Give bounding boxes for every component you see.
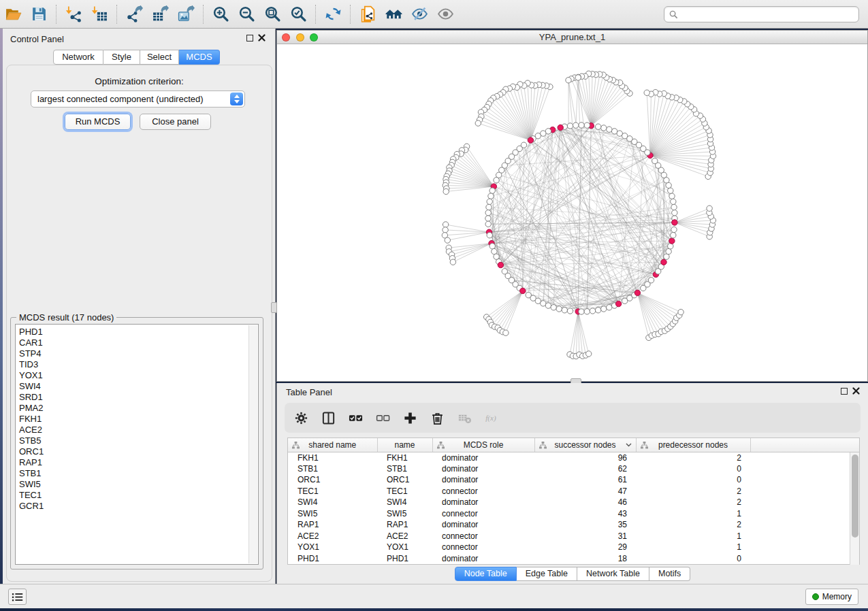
mcds-list-scrollbar[interactable] <box>248 325 257 563</box>
search-input[interactable] <box>678 7 858 21</box>
column-header[interactable]: predecessor nodes <box>636 438 750 452</box>
mcds-result-item[interactable]: RAP1 <box>19 457 258 468</box>
new-network-from-selection-button[interactable] <box>355 3 381 26</box>
table-row[interactable]: STB1STB1dominator620 <box>288 463 859 475</box>
import-table-icon <box>91 5 108 22</box>
zoom-selected-icon <box>290 5 307 22</box>
mcds-result-item[interactable]: STB5 <box>19 435 258 446</box>
status-bar: Memory <box>0 584 868 608</box>
open-file-button[interactable] <box>0 3 26 26</box>
tab-mcds[interactable]: MCDS <box>179 50 220 65</box>
import-table-button[interactable] <box>86 3 112 26</box>
hide-selected-button[interactable] <box>406 3 432 26</box>
import-network-button[interactable] <box>61 3 86 26</box>
mcds-result-item[interactable]: ORC1 <box>19 446 258 457</box>
memory-button[interactable]: Memory <box>805 589 858 605</box>
toolbar-separator <box>203 5 204 24</box>
vertical-splitter-handle[interactable] <box>271 302 277 313</box>
table-scrollbar-thumb[interactable] <box>852 455 858 538</box>
zoom-in-icon <box>212 5 229 22</box>
export-table-button[interactable] <box>147 3 173 26</box>
tab-select[interactable]: Select <box>140 50 179 65</box>
column-header[interactable]: name <box>377 438 432 452</box>
mcds-result-item[interactable]: STP4 <box>19 348 258 359</box>
search-field[interactable] <box>664 6 859 22</box>
save-floppy-icon <box>31 5 48 22</box>
tab-style[interactable]: Style <box>103 50 140 65</box>
optimization-criterion-select[interactable]: largest connected component (undirected) <box>31 90 245 108</box>
mcds-result-title: MCDS result (17 nodes) <box>16 312 116 323</box>
close-panel-button[interactable]: Close panel <box>140 114 211 130</box>
delete-button[interactable] <box>429 410 445 426</box>
column-header[interactable]: MCDS role <box>432 438 534 452</box>
trash-icon <box>430 411 445 425</box>
float-panel-icon[interactable] <box>841 388 848 395</box>
mcds-result-item[interactable]: SWI4 <box>19 381 258 392</box>
delete-table-icon <box>457 411 472 425</box>
tab-edge-table[interactable]: Edge Table <box>517 567 577 581</box>
export-image-button[interactable] <box>173 3 199 26</box>
zoom-in-button[interactable] <box>208 3 234 26</box>
network-window-titlebar[interactable]: YPA_prune.txt_1 <box>277 31 867 44</box>
zoom-selected-button[interactable] <box>285 3 311 26</box>
column-header[interactable]: successor nodes <box>534 438 636 452</box>
table-row[interactable]: SWI5SWI5connector431 <box>288 508 859 520</box>
mcds-result-item[interactable]: FKH1 <box>19 414 258 425</box>
select-all-icon <box>349 411 363 425</box>
mcds-result-item[interactable]: GCR1 <box>19 501 258 512</box>
table-row[interactable]: YOX1YOX1connector291 <box>288 542 859 553</box>
zoom-fit-icon <box>264 5 281 22</box>
table-row[interactable]: SWI4SWI4dominator462 <box>288 497 859 508</box>
mcds-result-item[interactable]: YOX1 <box>19 370 258 381</box>
function-fx-icon: f(x) <box>485 411 499 425</box>
network-canvas[interactable] <box>277 44 867 382</box>
tab-motifs[interactable]: Motifs <box>649 567 690 581</box>
table-row[interactable]: RAP1RAP1dominator352 <box>288 519 859 531</box>
desktop-wallpaper-bottom <box>0 608 868 611</box>
new-network-document-icon <box>359 5 376 22</box>
tab-network-table[interactable]: Network Table <box>577 567 649 581</box>
table-row[interactable]: FKH1FKH1dominator962 <box>288 452 859 463</box>
mcds-result-item[interactable]: TEC1 <box>19 490 258 501</box>
zoom-out-button[interactable] <box>234 3 259 26</box>
mcds-result-item[interactable]: PMA2 <box>19 403 258 414</box>
table-row[interactable]: ACE2ACE2connector311 <box>288 531 859 542</box>
run-mcds-button[interactable]: Run MCDS <box>65 114 131 130</box>
tab-node-table[interactable]: Node Table <box>455 567 517 581</box>
float-panel-icon[interactable] <box>246 35 253 42</box>
refresh-icon <box>325 5 342 22</box>
network-view-frame: YPA_prune.txt_1 <box>276 30 868 382</box>
table-row[interactable]: ORC1ORC1dominator610 <box>288 474 859 486</box>
column-header[interactable]: shared name <box>288 438 377 452</box>
show-columns-button[interactable] <box>320 410 336 426</box>
houses-button[interactable] <box>381 3 406 26</box>
close-panel-icon[interactable] <box>852 387 860 395</box>
mcds-result-item[interactable]: ACE2 <box>19 425 258 435</box>
tab-network[interactable]: Network <box>53 50 103 65</box>
mcds-result-item[interactable]: STB1 <box>19 468 258 479</box>
show-all-button[interactable] <box>432 3 458 26</box>
table-settings-button[interactable] <box>293 410 309 426</box>
table-scrollbar[interactable] <box>850 452 859 565</box>
optimization-criterion-label: Optimization criterion: <box>3 76 276 86</box>
export-network-icon <box>126 5 143 22</box>
delete-table-button-disabled <box>456 410 472 426</box>
zoom-fit-button[interactable] <box>259 3 285 26</box>
add-button[interactable] <box>402 410 418 426</box>
mcds-result-item[interactable]: TID3 <box>19 359 258 370</box>
table-row[interactable]: PHD1PHD1dominator180 <box>288 553 859 565</box>
mcds-result-item[interactable]: SRD1 <box>19 392 258 403</box>
table-row[interactable]: TEC1TEC1connector472 <box>288 486 859 497</box>
network-window-title: YPA_prune.txt_1 <box>277 32 867 42</box>
mcds-result-item[interactable]: SWI5 <box>19 479 258 490</box>
show-panels-list-button[interactable] <box>8 589 27 605</box>
mcds-result-item[interactable]: PHD1 <box>19 327 258 337</box>
refresh-button[interactable] <box>320 3 346 26</box>
select-all-button[interactable] <box>347 410 364 426</box>
deselect-all-button[interactable] <box>374 410 391 426</box>
export-network-button[interactable] <box>121 3 147 26</box>
mcds-result-item[interactable]: CAR1 <box>19 337 258 348</box>
close-panel-icon[interactable] <box>258 34 266 42</box>
save-button[interactable] <box>26 3 52 26</box>
columns-icon <box>321 411 336 425</box>
